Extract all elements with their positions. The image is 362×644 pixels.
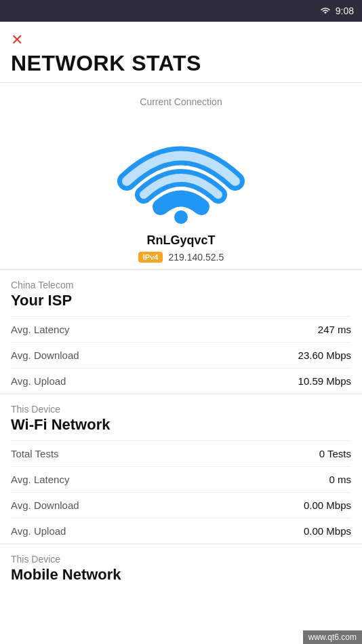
wifi-label-3: Avg. Upload xyxy=(11,525,66,537)
wifi-label-0: Total Tests xyxy=(11,448,59,459)
wifi-title: Wi-Fi Network xyxy=(11,416,351,434)
status-bar: 9:08 xyxy=(0,0,362,22)
wifi-provider: This Device xyxy=(11,404,351,415)
ip-row: IPv4 219.140.52.5 xyxy=(138,252,224,263)
page-title: NETWORK STATS xyxy=(11,52,351,75)
wifi-stat-row-2: Avg. Download 0.00 Mbps xyxy=(11,492,351,518)
isp-provider: China Telecom xyxy=(11,280,351,290)
wifi-label-2: Avg. Download xyxy=(11,499,79,511)
wifi-label-1: Avg. Latency xyxy=(11,474,69,485)
connection-section: Current Connection RnLGyqvcT IPv4 219.14… xyxy=(0,83,362,270)
page-header: ✕ NETWORK STATS xyxy=(0,22,362,83)
mobile-provider: This Device xyxy=(11,554,351,565)
isp-label-2: Avg. Upload xyxy=(11,375,66,387)
watermark: www.qt6.com xyxy=(303,630,362,644)
wifi-stat-row-0: Total Tests 0 Tests xyxy=(11,440,351,466)
connection-label: Current Connection xyxy=(140,96,222,107)
wifi-status-icon xyxy=(319,6,331,16)
isp-label-0: Avg. Latency xyxy=(11,324,69,335)
ipv4-badge: IPv4 xyxy=(138,252,163,263)
wifi-icon-large xyxy=(110,117,252,225)
time-display: 9:08 xyxy=(336,5,354,16)
wifi-stat-row-1: Avg. Latency 0 ms xyxy=(11,466,351,492)
network-name: RnLGyqvcT xyxy=(146,233,215,248)
isp-title: Your ISP xyxy=(11,292,351,309)
wifi-stat-row-3: Avg. Upload 0.00 Mbps xyxy=(11,518,351,544)
isp-stat-row-2: Avg. Upload 10.59 Mbps xyxy=(11,368,351,394)
ip-address: 219.140.52.5 xyxy=(168,252,224,263)
wifi-value-2: 0.00 Mbps xyxy=(304,499,351,511)
isp-label-1: Avg. Download xyxy=(11,349,79,361)
isp-section: China Telecom Your ISP Avg. Latency 247 … xyxy=(0,270,362,394)
status-icons: 9:08 xyxy=(319,5,354,16)
isp-stat-row-1: Avg. Download 23.60 Mbps xyxy=(11,342,351,368)
isp-stat-row-0: Avg. Latency 247 ms xyxy=(11,316,351,342)
mobile-title: Mobile Network xyxy=(11,566,351,584)
wifi-value-1: 0 ms xyxy=(329,474,351,485)
wifi-value-0: 0 Tests xyxy=(319,448,351,459)
mobile-section: This Device Mobile Network xyxy=(0,544,362,584)
close-button[interactable]: ✕ xyxy=(11,31,23,49)
isp-value-2: 10.59 Mbps xyxy=(298,375,351,387)
wifi-section: This Device Wi-Fi Network Total Tests 0 … xyxy=(0,394,362,544)
wifi-value-3: 0.00 Mbps xyxy=(304,525,351,537)
svg-point-0 xyxy=(174,210,188,224)
isp-value-1: 23.60 Mbps xyxy=(298,349,351,361)
isp-value-0: 247 ms xyxy=(318,324,351,335)
